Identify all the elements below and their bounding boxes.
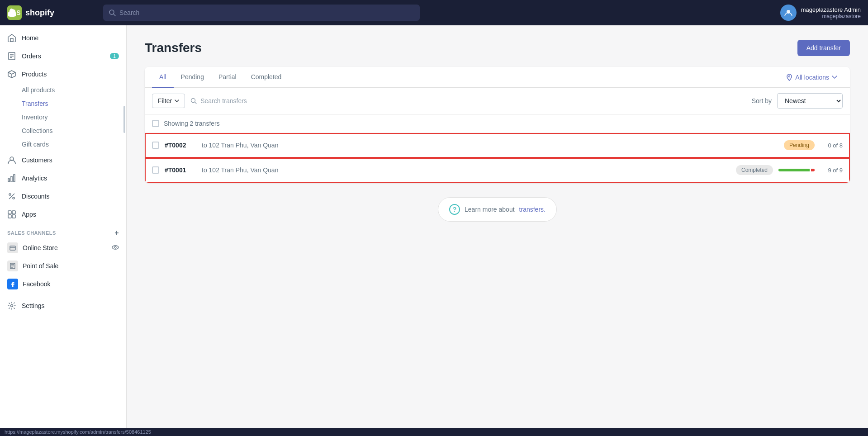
svg-point-12 — [9, 194, 11, 195]
svg-point-22 — [114, 246, 116, 248]
user-name: mageplazastore Admin — [801, 6, 861, 13]
select-all-checkbox[interactable] — [152, 120, 159, 127]
search-transfers-icon — [190, 98, 197, 104]
tabs-row: All Pending Partial Completed — [145, 67, 850, 88]
main-layout: Home Orders 1 Produc — [0, 25, 868, 428]
svg-line-14 — [9, 194, 14, 199]
location-pin-icon — [786, 74, 792, 81]
top-nav: S shopify mageplazastore Admin mageplaza… — [0, 0, 868, 25]
sidebar: Home Orders 1 Produc — [0, 25, 127, 428]
locations-dropdown[interactable]: All locations — [781, 70, 843, 85]
sidebar-item-discounts[interactable]: Discounts — [0, 187, 126, 205]
progress-green-bar — [778, 169, 810, 171]
shopify-logo-icon: S — [7, 5, 22, 20]
sidebar-sub-gift-cards[interactable]: Gift cards — [0, 137, 126, 151]
sidebar-item-analytics[interactable]: Analytics — [0, 169, 126, 187]
sidebar-item-point-of-sale[interactable]: Point of Sale — [0, 257, 126, 275]
logo-area[interactable]: S shopify — [7, 5, 98, 20]
tab-completed[interactable]: Completed — [244, 67, 289, 88]
page-header: Transfers Add transfer — [145, 40, 850, 56]
tabs-left: All Pending Partial Completed — [152, 67, 289, 87]
add-sales-channel-button[interactable]: + — [114, 229, 119, 237]
search-icon — [109, 9, 116, 16]
sidebar-item-products-label: Products — [22, 71, 47, 78]
search-input[interactable] — [119, 9, 414, 16]
sidebar-sub-inventory[interactable]: Inventory — [0, 110, 126, 124]
sidebar-item-settings-label: Settings — [22, 302, 45, 309]
user-store: mageplazastore — [801, 13, 861, 19]
showing-row: Showing 2 transfers — [145, 114, 850, 133]
transfer-row-t0002[interactable]: #T0002 to 102 Tran Phu, Van Quan Pending… — [145, 133, 850, 158]
sidebar-item-settings[interactable]: Settings — [0, 297, 126, 315]
transfer-t0002-checkbox[interactable] — [152, 142, 159, 149]
transfers-card: All Pending Partial Completed — [145, 67, 850, 183]
learn-more-link[interactable]: transfers. — [519, 206, 545, 213]
analytics-icon — [7, 174, 16, 183]
tab-pending[interactable]: Pending — [174, 67, 211, 88]
svg-rect-15 — [8, 211, 11, 214]
sidebar-item-orders-label: Orders — [22, 52, 41, 60]
transfer-t0001-dest: to 102 Tran Phu, Van Quan — [202, 166, 730, 174]
search-transfers-input[interactable] — [200, 97, 746, 104]
transfer-t0001-count: 9 of 9 — [820, 167, 843, 174]
logo-text: shopify — [25, 8, 54, 18]
avatar — [780, 5, 797, 21]
settings-icon — [7, 301, 16, 310]
page-title: Transfers — [145, 41, 202, 55]
sidebar-scrollbar[interactable] — [123, 106, 125, 133]
transfer-t0001-checkbox[interactable] — [152, 166, 159, 174]
tab-all[interactable]: All — [152, 67, 174, 88]
user-area[interactable]: mageplazastore Admin mageplazastore — [780, 5, 861, 21]
sidebar-item-home[interactable]: Home — [0, 29, 126, 47]
status-bar-url: https://mageplazastore.myshopify.com/adm… — [5, 429, 151, 435]
svg-rect-17 — [8, 215, 11, 218]
search-transfers-wrap[interactable] — [190, 97, 746, 104]
discounts-icon — [7, 192, 16, 201]
svg-point-27 — [11, 305, 13, 307]
facebook-icon — [7, 279, 18, 289]
sort-select[interactable]: Newest Oldest Reference asc Reference de… — [777, 93, 843, 109]
products-icon — [7, 70, 16, 79]
sidebar-item-customers[interactable]: Customers — [0, 151, 126, 169]
svg-rect-19 — [10, 246, 15, 250]
sidebar-sub-collections[interactable]: Collections — [0, 124, 126, 137]
orders-icon — [7, 52, 16, 61]
svg-rect-9 — [8, 179, 9, 182]
sidebar-item-customers-label: Customers — [22, 156, 52, 164]
transfer-row-t0001[interactable]: #T0001 to 102 Tran Phu, Van Quan Complet… — [145, 158, 850, 183]
sidebar-item-discounts-label: Discounts — [22, 193, 49, 200]
progress-red-bar — [811, 169, 815, 171]
transfer-t0002-id: #T0002 — [165, 142, 196, 149]
learn-more-area: ? Learn more about transfers. — [145, 183, 850, 236]
filter-button[interactable]: Filter — [152, 94, 185, 108]
sidebar-item-apps-label: Apps — [22, 211, 36, 218]
sidebar-item-online-store[interactable]: Online Store — [0, 239, 126, 257]
tab-partial[interactable]: Partial — [211, 67, 244, 88]
chevron-down-icon — [832, 76, 837, 79]
online-store-eye-icon[interactable] — [112, 244, 119, 252]
filter-row: Filter Sort by Newest Oldest Ref — [145, 88, 850, 114]
sidebar-item-apps[interactable]: Apps — [0, 205, 126, 223]
filter-chevron-icon — [175, 100, 179, 103]
sidebar-item-facebook[interactable]: Facebook — [0, 275, 126, 293]
sales-channels-label: SALES CHANNELS + — [0, 223, 126, 239]
sidebar-item-home-label: Home — [22, 34, 38, 42]
customers-icon — [7, 156, 16, 165]
sidebar-sub-all-products[interactable]: All products — [0, 83, 126, 97]
svg-point-21 — [112, 246, 119, 249]
transfer-t0002-count: 0 of 8 — [820, 142, 843, 149]
orders-badge: 1 — [110, 53, 119, 59]
apps-icon — [7, 210, 16, 219]
transfer-t0002-dest: to 102 Tran Phu, Van Quan — [202, 142, 778, 149]
search-bar[interactable] — [103, 5, 420, 21]
sidebar-item-orders[interactable]: Orders 1 — [0, 47, 126, 65]
status-bar: https://mageplazastore.myshopify.com/adm… — [0, 428, 868, 436]
add-transfer-button[interactable]: Add transfer — [797, 40, 850, 56]
sidebar-item-products[interactable]: Products — [0, 65, 126, 83]
sidebar-item-analytics-label: Analytics — [22, 175, 47, 182]
online-store-icon — [7, 242, 18, 253]
svg-rect-18 — [12, 215, 15, 218]
learn-more-bubble: ? Learn more about transfers. — [438, 197, 557, 222]
transfer-t0002-status: Pending — [784, 140, 815, 150]
sidebar-sub-transfers[interactable]: Transfers — [0, 97, 126, 110]
